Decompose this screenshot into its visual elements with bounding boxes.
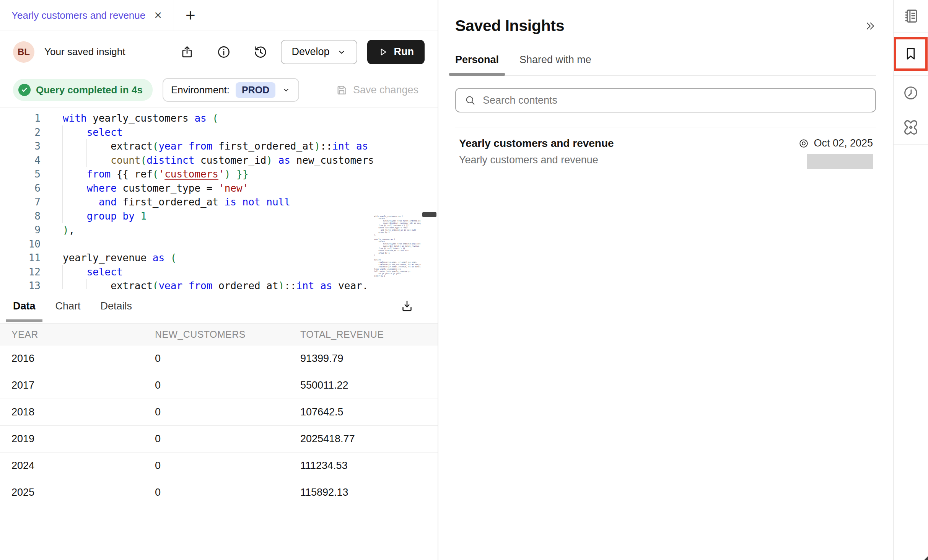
code-token bbox=[182, 280, 189, 289]
code-token: ( bbox=[153, 140, 159, 152]
code-token: ) bbox=[314, 140, 320, 152]
line-number: 13 bbox=[0, 279, 41, 289]
code-token: yearly_revenue bbox=[63, 252, 153, 264]
run-button[interactable]: Run bbox=[367, 40, 425, 64]
collapse-panel-icon[interactable] bbox=[865, 20, 876, 32]
tab-yearly-customers-and-revenue[interactable]: Yearly customers and revenue ✕ bbox=[0, 0, 174, 31]
info-icon[interactable] bbox=[217, 45, 231, 59]
code-token: 1 bbox=[141, 210, 147, 222]
code-token bbox=[63, 168, 87, 180]
code-token: customer_type = bbox=[117, 182, 218, 194]
line-number: 9 bbox=[0, 223, 41, 237]
code-token bbox=[350, 140, 356, 152]
code-token: ' bbox=[158, 168, 164, 180]
insight-list-item[interactable]: Yearly customers and revenue Yearly cust… bbox=[455, 127, 876, 180]
code-line[interactable]: and first_ordered_at is not null bbox=[63, 195, 373, 209]
results-tab-details[interactable]: Details bbox=[101, 300, 132, 312]
editor-minimap[interactable]: with yearly_customers as ( select extrac… bbox=[374, 215, 421, 288]
save-changes-button[interactable]: Save changes bbox=[335, 84, 418, 96]
code-token: as bbox=[320, 280, 332, 289]
search-input[interactable] bbox=[483, 94, 867, 106]
code-line[interactable]: select bbox=[63, 265, 373, 279]
table-cell: 2025418.77 bbox=[300, 433, 438, 445]
insights-tab-shared-with-me[interactable]: Shared with me bbox=[519, 54, 591, 75]
close-tab-icon[interactable]: ✕ bbox=[154, 10, 162, 20]
results-tab-data[interactable]: Data bbox=[13, 300, 36, 312]
run-label: Run bbox=[394, 46, 414, 58]
editor-scrollbar-thumb[interactable] bbox=[422, 212, 436, 217]
code-line[interactable] bbox=[63, 237, 373, 251]
code-token bbox=[272, 155, 278, 166]
code-line[interactable]: extract(year from ordered_at)::int as ye… bbox=[63, 279, 373, 289]
code-token bbox=[164, 252, 171, 264]
results-tab-chart[interactable]: Chart bbox=[55, 300, 81, 312]
code-line[interactable]: where customer_type = 'new' bbox=[63, 181, 373, 195]
table-row[interactable]: 20180107642.5 bbox=[0, 399, 438, 426]
code-line[interactable]: group by 1 bbox=[63, 209, 373, 223]
code-token: year, bbox=[368, 140, 373, 152]
code-line[interactable]: count(distinct customer_id) as new_custo… bbox=[63, 153, 373, 168]
notebook-icon[interactable] bbox=[894, 0, 928, 32]
tab-title: Yearly customers and revenue bbox=[11, 10, 145, 21]
code-token: select bbox=[87, 266, 123, 278]
code-line[interactable]: from {{ ref('customers') }} bbox=[63, 167, 373, 181]
avatar: BL bbox=[13, 41, 34, 63]
code-lines[interactable]: with yearly_customers as ( select extrac… bbox=[63, 111, 373, 289]
line-number: 1 bbox=[0, 111, 41, 125]
environment-value-chip: PROD bbox=[236, 82, 275, 98]
table-row[interactable]: 201902025418.77 bbox=[0, 426, 438, 453]
code-line[interactable]: extract(year from first_ordered_at)::int… bbox=[63, 139, 373, 153]
search-icon bbox=[464, 94, 476, 106]
query-status-text: Query completed in 4s bbox=[36, 84, 143, 96]
results-table-body: 2016091399.7920170550011.2220180107642.5… bbox=[0, 345, 438, 506]
history-clock-icon[interactable] bbox=[894, 76, 928, 110]
line-number: 4 bbox=[0, 153, 41, 168]
insights-tab-personal[interactable]: Personal bbox=[455, 54, 499, 75]
bookmark-icon-active[interactable] bbox=[894, 37, 928, 71]
code-token: ' bbox=[218, 168, 225, 180]
code-token: as bbox=[153, 252, 164, 264]
code-line[interactable]: with yearly_customers as ( bbox=[63, 111, 373, 125]
code-line[interactable]: select bbox=[63, 125, 373, 140]
table-cell: 115892.13 bbox=[300, 487, 438, 498]
download-icon[interactable] bbox=[400, 299, 414, 313]
share-icon[interactable] bbox=[180, 45, 194, 59]
develop-button[interactable]: Develop bbox=[281, 40, 357, 64]
results-tab-row: DataChartDetails bbox=[0, 289, 438, 323]
new-tab-button[interactable]: + bbox=[186, 8, 195, 22]
code-token: customers bbox=[164, 168, 218, 180]
code-token: 'new' bbox=[218, 182, 248, 194]
sql-editor[interactable]: 12345678910111213 with yearly_customers … bbox=[0, 107, 438, 289]
table-row[interactable]: 20250115892.13 bbox=[0, 479, 438, 506]
dbt-logo-icon[interactable] bbox=[894, 110, 928, 144]
code-token bbox=[63, 196, 99, 208]
code-token: , bbox=[69, 224, 75, 236]
line-number: 6 bbox=[0, 181, 41, 195]
code-line[interactable]: ), bbox=[63, 223, 373, 237]
search-box[interactable] bbox=[455, 88, 876, 112]
insight-item-placeholder bbox=[807, 154, 873, 169]
saved-insights-panel: Saved Insights PersonalShared with me Ye… bbox=[438, 0, 893, 560]
insight-item-meta: Oct 02, 2025 bbox=[798, 137, 873, 149]
panel-title: Saved Insights bbox=[455, 17, 564, 35]
table-row[interactable]: 2016091399.79 bbox=[0, 345, 438, 372]
code-token: ( bbox=[153, 280, 159, 289]
code-line[interactable]: yearly_revenue as ( bbox=[63, 251, 373, 265]
resize-grip[interactable] bbox=[924, 556, 928, 560]
table-row[interactable]: 20170550011.22 bbox=[0, 372, 438, 399]
code-token bbox=[207, 112, 213, 124]
table-cell: 0 bbox=[155, 379, 300, 391]
line-number: 11 bbox=[0, 251, 41, 265]
environment-selector[interactable]: Environment: PROD bbox=[163, 78, 299, 102]
insight-toolbar: BL Your saved insight Develop bbox=[0, 31, 438, 73]
column-header: YEAR bbox=[11, 329, 155, 340]
code-token: :: bbox=[320, 140, 332, 152]
line-number: 10 bbox=[0, 237, 41, 251]
table-cell: 2016 bbox=[11, 353, 155, 365]
code-token bbox=[63, 127, 87, 138]
table-row[interactable]: 20240111234.53 bbox=[0, 453, 438, 479]
panel-header: Saved Insights bbox=[455, 17, 876, 35]
code-token: and bbox=[99, 196, 117, 208]
code-token: year bbox=[158, 280, 182, 289]
history-icon[interactable] bbox=[253, 45, 268, 59]
